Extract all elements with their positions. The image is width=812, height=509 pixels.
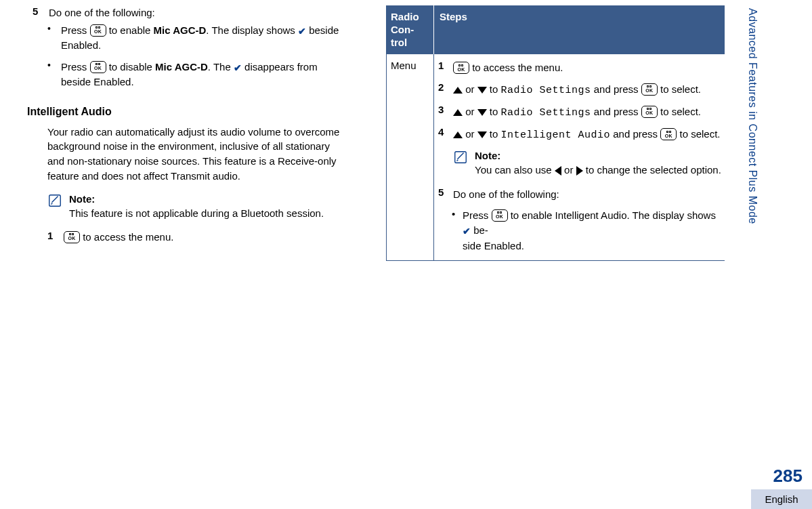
down-arrow-icon xyxy=(477,109,487,116)
section-heading: Intelligent Audio xyxy=(27,106,345,118)
section-sidebar-label: Advanced Features in Connect Plus Mode xyxy=(746,8,758,224)
up-arrow-icon xyxy=(453,109,463,116)
note-body: You can also use or to change the select… xyxy=(475,163,723,177)
note-icon xyxy=(453,150,468,167)
bullet-body: Press OK to enable Intelligent Audio. Th… xyxy=(463,208,723,254)
table-header-radio-control: Radio Con- trol xyxy=(387,5,434,54)
note-title: Note: xyxy=(475,148,723,163)
step-number: 1 xyxy=(47,230,53,241)
ok-button-icon: OK xyxy=(492,209,508,222)
bullet-marker: • xyxy=(47,60,61,89)
language-label: English xyxy=(751,489,812,509)
page-number: 285 xyxy=(751,466,803,487)
svg-rect-1 xyxy=(455,152,467,163)
step-number: 5 xyxy=(33,5,38,17)
step-text: or to Radio Settings and press OK to sel… xyxy=(453,81,723,98)
table-header-steps: Steps xyxy=(434,5,725,54)
svg-rect-0 xyxy=(49,195,61,206)
bullet-body: Press OK to enable Mic AGC-D. The displa… xyxy=(61,23,345,53)
ok-button-icon: OK xyxy=(64,231,80,243)
check-icon: ✔ xyxy=(463,224,471,239)
right-arrow-icon xyxy=(576,166,583,176)
ok-button-icon: OK xyxy=(90,61,106,73)
step-text: or to Intelligent Audio and press OK to … xyxy=(453,126,723,143)
bullet-marker: • xyxy=(47,23,61,53)
step-text: or to Radio Settings and press OK to sel… xyxy=(453,104,723,121)
steps-table: Radio Con- trol Steps Menu 1 OK to acces… xyxy=(386,5,725,261)
down-arrow-icon xyxy=(477,87,487,94)
bullet-body: Press OK to disable Mic AGC-D. The ✔ dis… xyxy=(61,60,345,89)
left-arrow-icon xyxy=(555,166,561,176)
note-title: Note: xyxy=(69,192,345,206)
ok-button-icon: OK xyxy=(641,106,658,118)
step-number: 5 xyxy=(438,186,453,202)
ok-button-icon: OK xyxy=(660,128,677,140)
down-arrow-icon xyxy=(477,131,487,138)
ok-button-icon: OK xyxy=(641,83,658,96)
up-arrow-icon xyxy=(453,131,463,138)
step-number: 1 xyxy=(438,60,453,75)
ok-button-icon: OK xyxy=(90,24,106,37)
step-text: Do one of the following: xyxy=(49,5,345,20)
note-icon xyxy=(47,193,62,210)
check-icon: ✔ xyxy=(234,61,242,75)
step-text: Do one of the following: xyxy=(453,186,723,202)
check-icon: ✔ xyxy=(298,24,306,38)
step-number: 4 xyxy=(438,126,453,143)
paragraph: Your radio can automatically adjust its … xyxy=(47,125,345,184)
note-body: This feature is not applicable during a … xyxy=(69,206,345,220)
ok-button-icon: OK xyxy=(453,62,469,74)
table-cell-menu: Menu xyxy=(387,54,434,260)
step-text: OK to access the menu. xyxy=(64,230,345,245)
step-number: 2 xyxy=(438,81,453,98)
up-arrow-icon xyxy=(453,87,463,94)
bullet-marker: • xyxy=(452,208,463,254)
step-text: OK to access the menu. xyxy=(453,60,723,75)
step-number: 3 xyxy=(438,104,453,121)
